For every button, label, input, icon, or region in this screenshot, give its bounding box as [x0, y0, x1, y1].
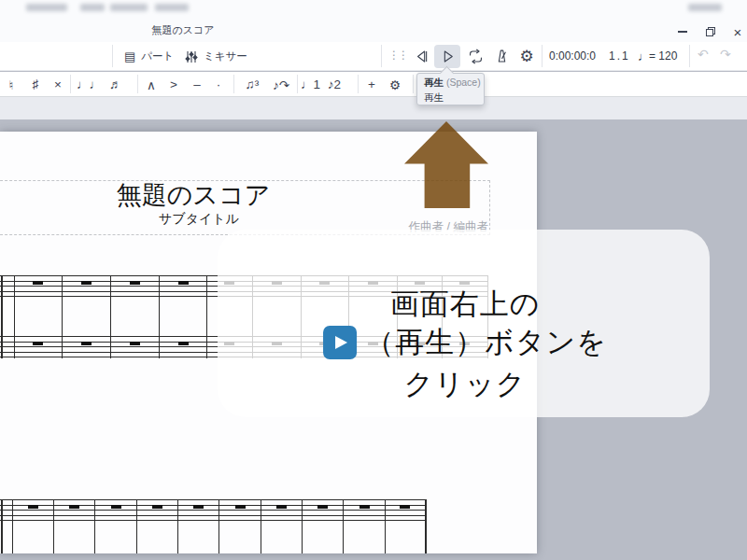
whole-rest	[111, 505, 121, 509]
whole-rest	[178, 281, 189, 285]
barline	[159, 275, 160, 358]
tempo-display[interactable]: = 120	[649, 49, 677, 63]
play-button[interactable]	[434, 45, 460, 68]
barline	[206, 275, 207, 358]
toolbar-divider	[70, 75, 71, 93]
customize-toolbar-icon[interactable]: ⚙	[386, 75, 404, 94]
playback-drag-handle-icon[interactable]: ⋮⋮	[388, 49, 407, 62]
rewind-button[interactable]	[409, 45, 433, 68]
annotation-line-3: クリック	[404, 365, 527, 404]
voice-1-icon[interactable]: ♩1	[301, 75, 320, 94]
barline	[385, 499, 386, 553]
annotation-line-1: 画面右上の	[390, 285, 541, 324]
undo-button[interactable]: ↶	[698, 47, 709, 62]
staccato-icon[interactable]: ·	[209, 75, 228, 94]
parts-button[interactable]: ▤ パート	[124, 45, 174, 68]
double-sharp-icon[interactable]: ×	[49, 75, 67, 94]
barline	[12, 499, 13, 553]
barline	[14, 275, 15, 358]
toolbar-divider	[381, 45, 382, 67]
tooltip-shortcut: (Space)	[446, 77, 481, 88]
play-tooltip: 再生 (Space) 再生	[416, 73, 485, 105]
toolbar-divider	[233, 75, 234, 93]
score-subtitle[interactable]: サブタイトル	[159, 211, 239, 228]
barline	[177, 499, 178, 553]
mixer-button[interactable]: ミキサー	[185, 45, 247, 68]
toolbar-substrip	[0, 97, 747, 119]
add-icon[interactable]: +	[362, 75, 381, 94]
parts-icon: ▤	[124, 50, 135, 63]
barline	[62, 275, 63, 358]
redo-button[interactable]: ↷	[720, 47, 731, 62]
menubar-blurred-item[interactable]	[26, 4, 67, 11]
barline	[261, 499, 261, 553]
metronome-button[interactable]	[489, 45, 514, 68]
barline	[94, 499, 95, 553]
tooltip-title: 再生	[424, 77, 444, 88]
score-title[interactable]: 無題のスコア	[117, 178, 271, 212]
whole-rest	[152, 505, 162, 509]
mixer-icon	[185, 50, 198, 63]
score-canvas[interactable]: 無題のスコア サブタイトル 作曲者 / 編曲者 画面右上の （再生）ボタンを ク…	[0, 119, 747, 560]
toolbar-divider	[358, 75, 359, 93]
menubar-blurred-item[interactable]	[110, 4, 148, 11]
whole-rest	[193, 505, 204, 509]
whole-rest	[33, 342, 43, 345]
close-button[interactable]: ×	[728, 24, 747, 39]
marcato-icon[interactable]: ∧	[142, 75, 161, 94]
sharp-icon[interactable]: ♯	[26, 75, 45, 94]
toolbar-divider	[112, 45, 113, 67]
menubar-blurred-item[interactable]	[80, 4, 105, 11]
minimize-button[interactable]	[673, 24, 692, 39]
barline	[302, 499, 303, 553]
tooltip-description: 再生	[424, 91, 477, 105]
window-title: 無題のスコア	[151, 23, 214, 37]
play-button-icon	[323, 326, 357, 359]
voice-2-icon[interactable]: ♪2	[325, 75, 344, 94]
note-input-toolbar: ♮♯×♩♩♬∧>–·♫³♪↷♩1♪2+⚙	[0, 72, 747, 97]
barline	[110, 275, 111, 358]
tooltip-title-row: 再生 (Space)	[424, 77, 477, 90]
toolbar-divider	[689, 45, 690, 67]
whole-rest	[359, 505, 370, 509]
parts-label: パート	[141, 49, 174, 63]
whole-rest	[130, 281, 140, 285]
barline	[218, 499, 219, 553]
tie-icon[interactable]: ♩♩	[77, 75, 102, 94]
main-toolbar: ▤ パート ミキサー ⋮⋮	[0, 42, 747, 71]
playback-settings-button[interactable]: ⚙	[514, 45, 539, 68]
whole-rest	[81, 281, 92, 285]
restore-icon	[705, 26, 716, 37]
metronome-icon	[493, 48, 511, 65]
staff	[0, 499, 426, 522]
flip-direction-icon[interactable]: ♪↷	[272, 75, 290, 94]
accent-icon[interactable]: >	[164, 75, 183, 94]
loop-playback-button[interactable]	[463, 45, 487, 68]
whole-rest	[235, 505, 246, 509]
menubar-blurred-item[interactable]	[155, 4, 189, 11]
titlebar: 無題のスコア ×	[0, 0, 747, 42]
tenuto-icon[interactable]: –	[188, 75, 206, 94]
minimize-icon	[678, 31, 687, 32]
whole-rest	[28, 505, 38, 509]
natural-icon[interactable]: ♮	[2, 75, 21, 94]
whole-rest	[178, 342, 189, 345]
playback-time-display: 0:00:00:0	[549, 49, 596, 63]
restore-button[interactable]	[701, 24, 720, 39]
whole-rest	[317, 505, 328, 509]
menubar-blurred-item[interactable]	[688, 4, 722, 11]
toolbar-divider	[297, 75, 298, 93]
barline	[343, 499, 344, 553]
rewind-icon	[413, 48, 430, 65]
barline	[136, 499, 137, 553]
tuplet-icon[interactable]: ♫³	[243, 75, 261, 94]
musescore-window: 無題のスコア × ▤ パート ミキサー ⋮⋮	[0, 0, 747, 560]
whole-rest	[400, 505, 410, 509]
ornament-icon[interactable]: ♬	[106, 75, 125, 94]
whole-rest	[130, 342, 140, 345]
gear-icon: ⚙	[519, 47, 533, 66]
toolbar-divider	[137, 75, 138, 93]
whole-rest	[33, 281, 43, 285]
mixer-label: ミキサー	[204, 49, 247, 63]
toolbar-divider	[542, 45, 543, 67]
